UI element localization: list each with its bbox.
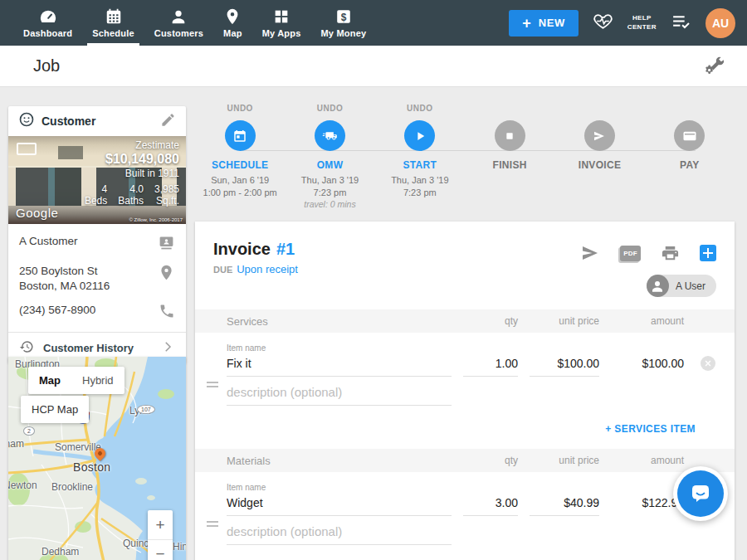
- customer-card-title: Customer: [42, 114, 95, 128]
- service-qty-input[interactable]: [463, 353, 518, 377]
- service-amount: $100.00: [611, 353, 684, 377]
- send-invoice-icon[interactable]: [580, 243, 600, 263]
- services-line-item: Item name $100.00 + SERVICES ITEM: [227, 343, 735, 449]
- service-item-name-input[interactable]: [227, 353, 452, 377]
- phone-icon: [159, 303, 175, 323]
- remove-item-button[interactable]: [701, 356, 715, 371]
- map-label-boston: Boston: [73, 460, 110, 474]
- heart-pulse-icon[interactable]: [593, 11, 613, 35]
- start-time: 7:23 pm: [375, 187, 465, 199]
- schedule-step-label: SCHEDULE: [195, 159, 285, 171]
- top-nav: Dashboard Schedule Customers Map My Apps: [0, 0, 747, 46]
- omw-date: Thu, Jan 3 '19: [285, 174, 374, 187]
- start-step-icon[interactable]: [404, 120, 435, 151]
- user-avatar[interactable]: AU: [706, 8, 735, 38]
- zestimate-overlay: Zestimate $10,149,080 Built in 1911 4 4.…: [85, 139, 179, 207]
- sqft-label: Sq.ft.: [156, 195, 179, 207]
- pay-step-icon[interactable]: [674, 120, 705, 151]
- omw-step-icon[interactable]: [315, 120, 345, 151]
- omw-time: 7:23 pm: [285, 187, 374, 199]
- material-item-name-input[interactable]: [227, 492, 452, 516]
- mini-map[interactable]: Burlington Lynn Somerville Waltham Bosto…: [8, 357, 186, 560]
- undo-omw-button[interactable]: UNDO: [285, 104, 374, 114]
- job-status-timeline: UNDO SCHEDULE Sun, Jan 6 '19 1:00 pm - 2…: [195, 104, 735, 220]
- tab-my-money-label: My Money: [321, 28, 367, 38]
- new-button[interactable]: + NEW: [509, 10, 578, 37]
- customer-address: 250 Boylston St Boston, MA 02116: [19, 264, 110, 294]
- apps-grid-icon: [272, 7, 290, 26]
- undo-schedule-button[interactable]: UNDO: [195, 104, 285, 114]
- assignee-avatar-icon: [647, 275, 669, 297]
- invoice-step-icon[interactable]: [584, 120, 615, 151]
- job-tools-icon[interactable]: [706, 55, 725, 78]
- map-pin-icon: [223, 7, 242, 26]
- schedule-step-icon[interactable]: [225, 120, 256, 151]
- map-type-hybrid-button[interactable]: Hybrid: [71, 367, 124, 394]
- zestimate-value: $10,149,080: [85, 152, 179, 167]
- materials-qty-header: qty: [463, 455, 518, 466]
- materials-title: Materials: [227, 455, 452, 467]
- finish-step-label: FINISH: [465, 159, 554, 171]
- content-area: Customer Zestimate $10,149,080 Built in …: [0, 87, 747, 560]
- invoice-actions: PDF: [580, 243, 716, 263]
- zoom-out-button[interactable]: −: [148, 539, 173, 560]
- schedule-date: Sun, Jan 6 '19: [195, 174, 285, 187]
- schedule-icon: [105, 7, 123, 26]
- checklist-icon[interactable]: [671, 11, 691, 35]
- customer-name-row: A Customer: [19, 234, 175, 255]
- tab-customers-label: Customers: [154, 28, 203, 38]
- edit-pencil-icon[interactable]: [160, 112, 176, 131]
- service-description-input[interactable]: [227, 378, 452, 406]
- services-qty-header: qty: [463, 315, 518, 327]
- add-invoice-item-button[interactable]: [700, 245, 716, 261]
- sqft-value: 3,985: [154, 183, 179, 195]
- invoice-step-label: INVOICE: [554, 159, 644, 171]
- tab-customers[interactable]: Customers: [144, 0, 213, 46]
- pdf-icon[interactable]: PDF: [620, 246, 641, 261]
- print-icon[interactable]: [661, 244, 680, 263]
- property-stats: 4 4.0 3,985 Beds Baths Sq.ft.: [85, 183, 179, 207]
- drag-handle[interactable]: [207, 382, 218, 390]
- tab-dashboard-label: Dashboard: [23, 28, 72, 38]
- customer-address-row: 250 Boylston St Boston, MA 02116: [19, 264, 175, 294]
- photo-copyright: © Zillow, Inc. 2006-2017: [129, 217, 183, 222]
- map-label-dedham: Dedham: [42, 546, 79, 558]
- material-unit-price-input[interactable]: [530, 492, 599, 516]
- due-terms-link[interactable]: Upon receipt: [237, 263, 298, 275]
- invoice-number[interactable]: #1: [276, 240, 295, 259]
- customer-card: Customer Zestimate $10,149,080 Built in …: [8, 106, 186, 363]
- baths-label: Baths: [118, 195, 144, 207]
- zoom-in-button[interactable]: +: [148, 510, 173, 539]
- undo-start-button[interactable]: UNDO: [375, 104, 465, 114]
- tab-my-apps[interactable]: My Apps: [252, 0, 311, 46]
- plus-icon: +: [522, 16, 531, 31]
- tab-dashboard[interactable]: Dashboard: [13, 0, 82, 46]
- tab-map[interactable]: Map: [213, 0, 252, 46]
- invoice-header: Invoice #1 DUE Upon receipt PDF: [195, 222, 735, 309]
- add-services-item-link[interactable]: + SERVICES ITEM: [605, 423, 696, 435]
- due-label: DUE: [213, 265, 232, 275]
- assignee-chip[interactable]: A User: [647, 275, 716, 297]
- map-type-buttons: Map Hybrid: [28, 367, 124, 394]
- step-invoice: INVOICE: [554, 104, 644, 209]
- property-photo[interactable]: Zestimate $10,149,080 Built in 1911 4 4.…: [8, 136, 186, 224]
- finish-step-icon[interactable]: [495, 120, 525, 151]
- page-title: Job: [33, 56, 60, 75]
- drag-handle[interactable]: [207, 521, 218, 529]
- address-line1: 250 Boylston St: [19, 264, 110, 279]
- service-unit-price-input[interactable]: [530, 353, 599, 377]
- tab-schedule[interactable]: Schedule: [82, 0, 144, 46]
- pay-step-label: PAY: [645, 159, 735, 171]
- omw-step-label: OMW: [285, 159, 374, 171]
- hcp-map-button[interactable]: HCP Map: [21, 396, 89, 423]
- tab-my-money[interactable]: $ My Money: [311, 0, 377, 46]
- location-pin-icon: [158, 264, 175, 285]
- customer-card-header: Customer: [8, 106, 186, 136]
- tab-schedule-label: Schedule: [92, 28, 134, 38]
- help-center-link[interactable]: HELP CENTER: [627, 14, 657, 32]
- map-type-map-button[interactable]: Map: [28, 367, 71, 394]
- step-schedule: UNDO SCHEDULE Sun, Jan 6 '19 1:00 pm - 2…: [195, 104, 285, 209]
- material-qty-input[interactable]: [463, 492, 518, 516]
- chat-launcher[interactable]: [673, 466, 728, 521]
- material-description-input[interactable]: [227, 518, 452, 545]
